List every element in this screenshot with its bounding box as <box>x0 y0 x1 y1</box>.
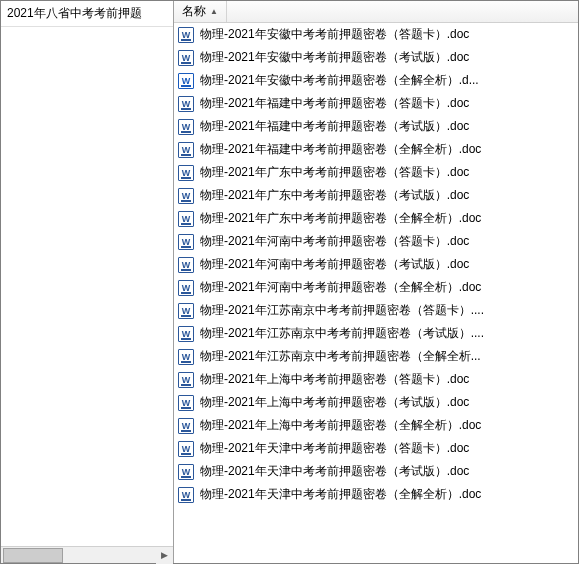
file-name-label: 物理-2021年江苏南京中考考前押题密卷（答题卡）.... <box>200 302 484 319</box>
word-document-icon <box>178 211 194 227</box>
file-name-label: 物理-2021年天津中考考前押题密卷（全解全析）.doc <box>200 486 481 503</box>
file-list: 物理-2021年安徽中考考前押题密卷（答题卡）.doc物理-2021年安徽中考考… <box>174 23 578 563</box>
word-document-icon <box>178 234 194 250</box>
file-name-label: 物理-2021年安徽中考考前押题密卷（答题卡）.doc <box>200 26 469 43</box>
file-row[interactable]: 物理-2021年天津中考考前押题密卷（全解全析）.doc <box>174 483 578 506</box>
scrollbar-thumb[interactable] <box>3 548 63 563</box>
file-row[interactable]: 物理-2021年江苏南京中考考前押题密卷（全解全析... <box>174 345 578 368</box>
file-row[interactable]: 物理-2021年安徽中考考前押题密卷（考试版）.doc <box>174 46 578 69</box>
file-row[interactable]: 物理-2021年天津中考考前押题密卷（考试版）.doc <box>174 460 578 483</box>
word-document-icon <box>178 50 194 66</box>
sort-ascending-icon: ▲ <box>210 7 218 16</box>
file-row[interactable]: 物理-2021年安徽中考考前押题密卷（全解全析）.d... <box>174 69 578 92</box>
file-row[interactable]: 物理-2021年安徽中考考前押题密卷（答题卡）.doc <box>174 23 578 46</box>
file-name-label: 物理-2021年福建中考考前押题密卷（考试版）.doc <box>200 118 469 135</box>
file-name-label: 物理-2021年天津中考考前押题密卷（答题卡）.doc <box>200 440 469 457</box>
file-explorer: 2021年八省中考考前押题 ▶ 名称 ▲ 物理-2021年安徽中考考前押题密卷（… <box>0 0 579 564</box>
file-name-label: 物理-2021年福建中考考前押题密卷（全解全析）.doc <box>200 141 481 158</box>
word-document-icon <box>178 119 194 135</box>
file-row[interactable]: 物理-2021年上海中考考前押题密卷（考试版）.doc <box>174 391 578 414</box>
word-document-icon <box>178 165 194 181</box>
file-row[interactable]: 物理-2021年上海中考考前押题密卷（答题卡）.doc <box>174 368 578 391</box>
word-document-icon <box>178 464 194 480</box>
file-row[interactable]: 物理-2021年河南中考考前押题密卷（全解全析）.doc <box>174 276 578 299</box>
word-document-icon <box>178 372 194 388</box>
tree-empty-area <box>1 27 173 546</box>
word-document-icon <box>178 280 194 296</box>
word-document-icon <box>178 487 194 503</box>
file-row[interactable]: 物理-2021年江苏南京中考考前押题密卷（答题卡）.... <box>174 299 578 322</box>
file-row[interactable]: 物理-2021年广东中考考前押题密卷（全解全析）.doc <box>174 207 578 230</box>
file-name-label: 物理-2021年安徽中考考前押题密卷（全解全析）.d... <box>200 72 479 89</box>
column-header-row: 名称 ▲ <box>174 1 578 23</box>
word-document-icon <box>178 27 194 43</box>
file-name-label: 物理-2021年广东中考考前押题密卷（答题卡）.doc <box>200 164 469 181</box>
file-row[interactable]: 物理-2021年福建中考考前押题密卷（答题卡）.doc <box>174 92 578 115</box>
horizontal-scrollbar[interactable]: ▶ <box>1 546 173 563</box>
file-row[interactable]: 物理-2021年上海中考考前押题密卷（全解全析）.doc <box>174 414 578 437</box>
file-row[interactable]: 物理-2021年福建中考考前押题密卷（考试版）.doc <box>174 115 578 138</box>
scrollbar-arrow-right-icon[interactable]: ▶ <box>156 547 173 564</box>
file-name-label: 物理-2021年上海中考考前押题密卷（考试版）.doc <box>200 394 469 411</box>
word-document-icon <box>178 326 194 342</box>
file-name-label: 物理-2021年福建中考考前押题密卷（答题卡）.doc <box>200 95 469 112</box>
file-list-panel: 名称 ▲ 物理-2021年安徽中考考前押题密卷（答题卡）.doc物理-2021年… <box>174 1 578 563</box>
column-header-name[interactable]: 名称 ▲ <box>174 1 227 22</box>
word-document-icon <box>178 303 194 319</box>
file-name-label: 物理-2021年河南中考考前押题密卷（全解全析）.doc <box>200 279 481 296</box>
column-header-label: 名称 <box>182 3 206 20</box>
word-document-icon <box>178 257 194 273</box>
file-row[interactable]: 物理-2021年天津中考考前押题密卷（答题卡）.doc <box>174 437 578 460</box>
file-row[interactable]: 物理-2021年福建中考考前押题密卷（全解全析）.doc <box>174 138 578 161</box>
file-row[interactable]: 物理-2021年广东中考考前押题密卷（考试版）.doc <box>174 184 578 207</box>
word-document-icon <box>178 73 194 89</box>
file-name-label: 物理-2021年上海中考考前押题密卷（答题卡）.doc <box>200 371 469 388</box>
file-name-label: 物理-2021年上海中考考前押题密卷（全解全析）.doc <box>200 417 481 434</box>
file-name-label: 物理-2021年江苏南京中考考前押题密卷（考试版）.... <box>200 325 484 342</box>
file-name-label: 物理-2021年河南中考考前押题密卷（答题卡）.doc <box>200 233 469 250</box>
file-name-label: 物理-2021年江苏南京中考考前押题密卷（全解全析... <box>200 348 481 365</box>
file-name-label: 物理-2021年广东中考考前押题密卷（全解全析）.doc <box>200 210 481 227</box>
file-row[interactable]: 物理-2021年广东中考考前押题密卷（答题卡）.doc <box>174 161 578 184</box>
file-name-label: 物理-2021年河南中考考前押题密卷（考试版）.doc <box>200 256 469 273</box>
file-name-label: 物理-2021年广东中考考前押题密卷（考试版）.doc <box>200 187 469 204</box>
file-row[interactable]: 物理-2021年河南中考考前押题密卷（答题卡）.doc <box>174 230 578 253</box>
word-document-icon <box>178 418 194 434</box>
folder-tree-panel: 2021年八省中考考前押题 ▶ <box>1 1 174 563</box>
word-document-icon <box>178 349 194 365</box>
file-row[interactable]: 物理-2021年河南中考考前押题密卷（考试版）.doc <box>174 253 578 276</box>
word-document-icon <box>178 188 194 204</box>
file-name-label: 物理-2021年天津中考考前押题密卷（考试版）.doc <box>200 463 469 480</box>
word-document-icon <box>178 96 194 112</box>
file-row[interactable]: 物理-2021年江苏南京中考考前押题密卷（考试版）.... <box>174 322 578 345</box>
word-document-icon <box>178 142 194 158</box>
word-document-icon <box>178 441 194 457</box>
file-name-label: 物理-2021年安徽中考考前押题密卷（考试版）.doc <box>200 49 469 66</box>
word-document-icon <box>178 395 194 411</box>
folder-name[interactable]: 2021年八省中考考前押题 <box>1 1 173 27</box>
